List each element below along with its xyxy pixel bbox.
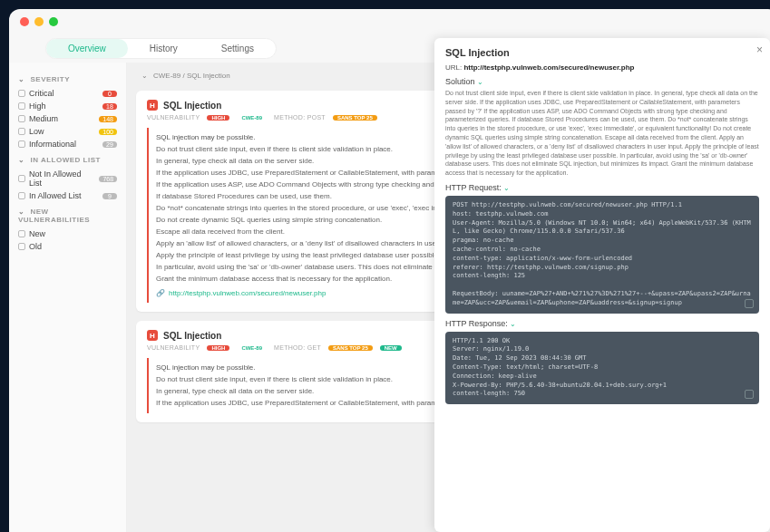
filter-low[interactable]: Low100	[18, 125, 117, 138]
close-dot[interactable]	[20, 17, 29, 26]
count-badge: 768	[99, 176, 117, 182]
response-heading[interactable]: HTTP Response: ⌄	[445, 319, 759, 328]
response-code: HTTP/1.1 200 OK Server: nginx/1.19.0 Dat…	[445, 332, 759, 405]
checkbox-icon[interactable]	[18, 230, 25, 237]
tab-history[interactable]: History	[128, 39, 200, 58]
solution-text: Do not trust client side input, even if …	[445, 89, 759, 178]
filter-label: Old	[29, 242, 42, 251]
card-title: SQL Injection	[163, 331, 221, 341]
tab-settings[interactable]: Settings	[200, 39, 276, 58]
count-badge: 29	[102, 141, 117, 148]
filter-label: High	[29, 102, 46, 111]
copy-icon[interactable]	[745, 390, 754, 399]
panel-url: URL: http://testphp.vulnweb.com/secured/…	[445, 63, 759, 72]
sans-badge: SANS TOP 25	[333, 115, 377, 121]
count-badge: 100	[99, 129, 117, 135]
vuln-label: VULNERABILITY	[147, 344, 200, 351]
sans-badge: SANS TOP 25	[328, 345, 373, 351]
count-badge: 0	[102, 91, 117, 97]
count-badge: 18	[102, 103, 117, 110]
filter-label: In Allowed List	[29, 191, 82, 200]
severity-icon: H	[147, 100, 158, 111]
checkbox-icon[interactable]	[18, 128, 25, 135]
detail-panel: × SQL Injection URL: http://testphp.vuln…	[434, 38, 770, 532]
count-badge: 148	[99, 116, 117, 122]
link-icon: 🔗	[156, 289, 165, 297]
new-badge: NEW	[380, 345, 402, 351]
request-code: POST http://testphp.vulnweb.com/secured/…	[445, 196, 759, 314]
card-title: SQL Injection	[163, 101, 221, 111]
copy-icon[interactable]	[745, 299, 754, 308]
checkbox-icon[interactable]	[18, 140, 25, 148]
cwe-badge: CWE-89	[237, 115, 267, 121]
titlebar	[9, 9, 770, 34]
checkbox-icon[interactable]	[18, 90, 25, 97]
cwe-badge: CWE-89	[237, 345, 267, 351]
close-icon[interactable]: ×	[756, 44, 763, 56]
tab-overview[interactable]: Overview	[46, 39, 128, 58]
filter-label: Informational	[29, 140, 76, 149]
filter-label: Low	[29, 127, 44, 136]
severity-badge: HIGH	[207, 345, 229, 351]
filter-critical[interactable]: Critical0	[18, 87, 117, 100]
vuln-url[interactable]: http://testphp.vulnweb.com/secured/newus…	[169, 289, 326, 297]
maximize-dot[interactable]	[49, 17, 58, 26]
request-heading[interactable]: HTTP Request: ⌄	[445, 183, 759, 192]
checkbox-icon[interactable]	[18, 192, 25, 199]
filter-old[interactable]: Old	[18, 240, 117, 253]
method-label: METHOD: POST	[274, 114, 326, 121]
filter-label: Not In Allowed List	[29, 169, 95, 188]
sidebar: ⌄SEVERITY Critical0High18Medium148Low100…	[9, 63, 127, 532]
solution-heading[interactable]: Solution ⌄	[445, 77, 759, 86]
sidebar-allowed-heading: ⌄IN ALLOWED LIST	[18, 156, 117, 164]
filter-not-in-allowed-list[interactable]: Not In Allowed List768	[18, 168, 117, 189]
checkbox-icon[interactable]	[18, 102, 25, 110]
filter-informational[interactable]: Informational29	[18, 138, 117, 150]
method-label: METHOD: GET	[274, 344, 321, 351]
filter-new[interactable]: New	[18, 227, 117, 240]
checkbox-icon[interactable]	[18, 243, 25, 250]
severity-badge: HIGH	[207, 115, 229, 121]
panel-title: SQL Injection	[445, 47, 759, 58]
filter-high[interactable]: High18	[18, 100, 117, 112]
severity-icon: H	[147, 330, 158, 341]
vuln-label: VULNERABILITY	[147, 114, 200, 121]
filter-medium[interactable]: Medium148	[18, 112, 117, 125]
app-window: Overview History Settings ⌄SEVERITY Crit…	[9, 9, 770, 532]
minimize-dot[interactable]	[34, 17, 44, 26]
filter-label: Medium	[29, 114, 58, 123]
count-badge: 9	[102, 193, 117, 199]
filter-label: Critical	[29, 89, 54, 98]
sidebar-severity-heading: ⌄SEVERITY	[18, 75, 117, 83]
checkbox-icon[interactable]	[18, 115, 25, 122]
filter-label: New	[29, 229, 45, 238]
checkbox-icon[interactable]	[18, 175, 25, 182]
sidebar-newvuln-heading: ⌄NEW VULNERABILITIES	[18, 208, 117, 224]
filter-in-allowed-list[interactable]: In Allowed List9	[18, 189, 117, 202]
